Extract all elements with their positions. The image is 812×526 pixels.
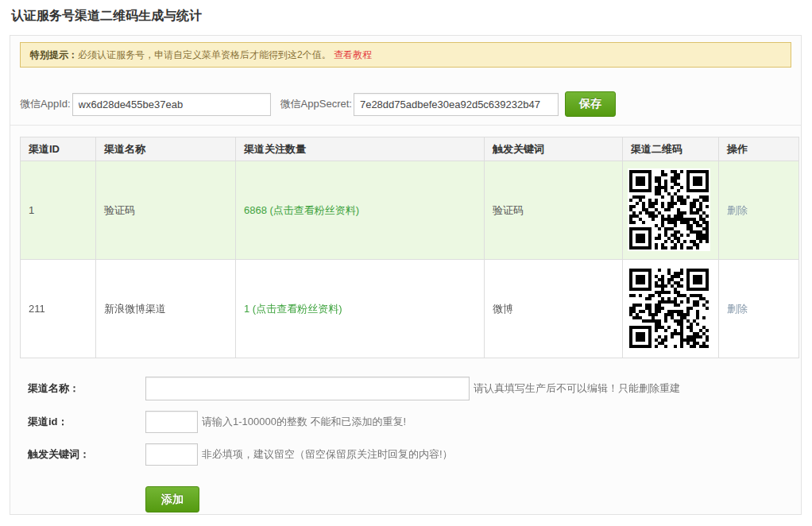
credentials-form: 微信AppId: 微信AppSecret: 保存 [20, 91, 792, 117]
qr-code-image [628, 267, 710, 350]
cell-channel-name: 验证码 [96, 161, 236, 260]
table-row: 211 新浪微博渠道 1 (点击查看粉丝资料) 微博 删除 [21, 260, 799, 358]
delete-link[interactable]: 删除 [727, 303, 748, 315]
channel-id-row: 渠道id： 请输入1-100000的整数 不能和已添加的重复! [28, 411, 792, 433]
cell-follow-count: 1 (点击查看粉丝资料) [236, 260, 485, 358]
cell-trigger-keyword: 微博 [485, 260, 623, 358]
trigger-keyword-input[interactable] [145, 443, 198, 466]
appid-label: 微信AppId: [20, 97, 71, 111]
add-button[interactable]: 添加 [145, 486, 199, 512]
channel-id-label: 渠道id： [28, 415, 145, 429]
cell-trigger-keyword: 验证码 [485, 161, 623, 260]
appid-input[interactable] [72, 93, 271, 116]
channels-table: 渠道ID 渠道名称 渠道关注数量 触发关键词 渠道二维码 操作 1 验证码 68… [20, 137, 799, 358]
header-follow-count: 渠道关注数量 [236, 137, 485, 161]
channel-name-row: 渠道名称： 请认真填写生产后不可以编辑！只能删除重建 [28, 377, 792, 400]
cell-qr-code [623, 161, 719, 260]
page-title: 认证服务号渠道二维码生成与统计 [11, 8, 812, 25]
channel-id-hint: 请输入1-100000的整数 不能和已添加的重复! [202, 415, 406, 429]
header-qr-code: 渠道二维码 [623, 137, 719, 161]
cell-actions: 删除 [719, 161, 799, 260]
save-button[interactable]: 保存 [565, 91, 616, 117]
notice-text: 必须认证服务号，申请自定义菜单资格后才能得到这2个值。 [78, 49, 331, 60]
main-panel: 特别提示：必须认证服务号，申请自定义菜单资格后才能得到这2个值。 查看教程 微信… [10, 35, 802, 515]
trigger-keyword-row: 触发关键词： 非必填项，建议留空（留空保留原关注时回复的内容!） [28, 443, 792, 466]
trigger-keyword-label: 触发关键词： [28, 447, 145, 462]
header-actions: 操作 [719, 137, 799, 161]
cell-channel-name: 新浪微博渠道 [96, 260, 236, 358]
channel-name-hint: 请认真填写生产后不可以编辑！只能删除重建 [474, 381, 680, 396]
cell-qr-code [623, 260, 719, 358]
cell-follow-count: 6868 (点击查看粉丝资料) [236, 161, 485, 260]
channel-name-input[interactable] [145, 377, 470, 400]
fans-detail-link[interactable]: 1 (点击查看粉丝资料) [244, 303, 342, 315]
channel-name-label: 渠道名称： [28, 381, 145, 396]
header-channel-id: 渠道ID [21, 137, 96, 161]
notice-label: 特别提示： [30, 49, 78, 60]
appsecret-label: 微信AppSecret: [280, 97, 352, 111]
appsecret-input[interactable] [354, 93, 559, 116]
cell-actions: 删除 [719, 260, 799, 358]
channel-id-input[interactable] [145, 411, 198, 433]
fans-detail-link[interactable]: 6868 (点击查看粉丝资料) [244, 204, 359, 216]
cell-channel-id: 211 [21, 260, 96, 358]
section-divider [10, 125, 801, 126]
header-trigger-keyword: 触发关键词 [485, 137, 623, 161]
view-tutorial-link[interactable]: 查看教程 [334, 49, 372, 60]
table-row: 1 验证码 6868 (点击查看粉丝资料) 验证码 删除 [21, 161, 799, 260]
cell-channel-id: 1 [21, 161, 96, 260]
header-channel-name: 渠道名称 [96, 137, 236, 161]
notice-banner: 特别提示：必须认证服务号，申请自定义菜单资格后才能得到这2个值。 查看教程 [20, 42, 791, 68]
add-channel-form: 渠道名称： 请认真填写生产后不可以编辑！只能删除重建 渠道id： 请输入1-10… [28, 377, 792, 512]
delete-link[interactable]: 删除 [727, 204, 748, 216]
table-header-row: 渠道ID 渠道名称 渠道关注数量 触发关键词 渠道二维码 操作 [21, 137, 799, 161]
trigger-keyword-hint: 非必填项，建议留空（留空保留原关注时回复的内容!） [202, 447, 453, 462]
qr-code-image [628, 168, 710, 251]
